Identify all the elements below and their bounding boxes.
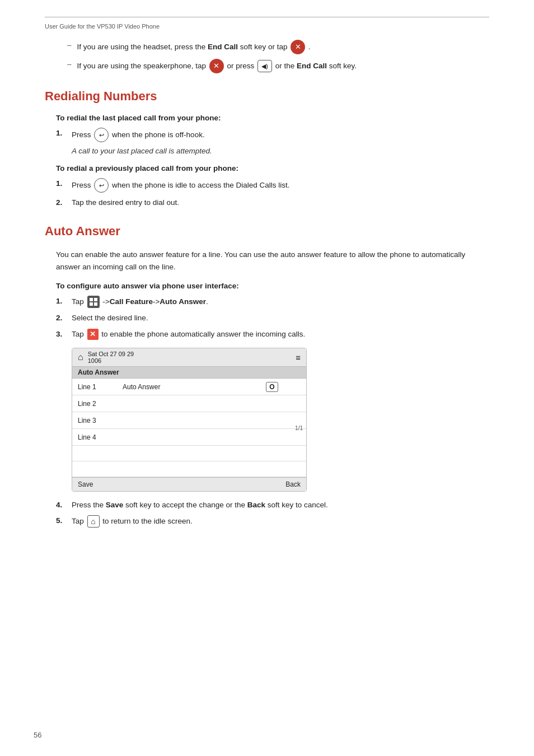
auto-step-text-3: Tap ✕ to enable the phone automatically … xyxy=(72,329,305,340)
phone-time-block: Sat Oct 27 09 29 1006 xyxy=(88,351,134,364)
svg-rect-0 xyxy=(90,298,93,301)
phone-row-line3: Line 3 xyxy=(72,412,306,429)
phone-screen: ⌂ Sat Oct 27 09 29 1006 ≡ Auto Answer Li… xyxy=(72,348,307,492)
subsection-title-2: To redial a previously placed call from … xyxy=(56,164,489,172)
bullet-text-2: If you are using the speakerphone, tap ✕… xyxy=(77,59,357,73)
auto-step-text-4: Press the Save soft key to accept the ch… xyxy=(72,500,328,511)
phone-row-empty-2 xyxy=(72,461,306,477)
grid-icon xyxy=(87,296,100,308)
phone-footer-back[interactable]: Back xyxy=(285,480,301,488)
phone-row-value-1: O xyxy=(266,382,278,392)
auto-step-1: 1. Tap ->Call Feature->Auto Answer. xyxy=(56,296,489,308)
phone-section-header: Auto Answer xyxy=(72,367,306,379)
phone-home-icon: ⌂ xyxy=(78,352,83,362)
page-indicator: 1/1 xyxy=(295,425,303,431)
auto-step-text-2: Select the desired line. xyxy=(72,312,148,324)
bullet-item-2: – If you are using the speakerphone, tap… xyxy=(67,59,489,73)
subsection-title-1: To redial the last placed call from your… xyxy=(56,114,489,122)
toggle-o-icon[interactable]: O xyxy=(266,382,278,392)
auto-step-num-2: 2. xyxy=(56,312,72,324)
redial-step-2b: 2. Tap the desired entry to dial out. xyxy=(56,197,489,208)
back-bold: Back xyxy=(247,501,265,509)
auto-step-num-5: 5. xyxy=(56,515,72,526)
page-header: User Guide for the VP530 IP Video Phone xyxy=(45,23,489,30)
auto-answer-intro: You can enable the auto answer feature f… xyxy=(56,249,489,273)
redial-step-1b: 1. Press ↩ when the phone is idle to acc… xyxy=(56,178,489,193)
svg-rect-3 xyxy=(94,302,97,306)
x-circle-icon-2: ✕ xyxy=(209,59,224,73)
phone-footer-save[interactable]: Save xyxy=(78,480,93,488)
auto-step-num-1: 1. xyxy=(56,296,72,307)
end-call-bold-2: End Call xyxy=(297,62,327,70)
x-circle-icon-1: ✕ xyxy=(291,40,305,54)
page-number: 56 xyxy=(34,731,41,739)
phone-ext: 1006 xyxy=(88,357,134,364)
auto-step-text-5: Tap ⌂ to return to the idle screen. xyxy=(72,515,193,528)
phone-row-field-1: Auto Answer xyxy=(123,383,266,391)
phone-footer: Save Back xyxy=(72,477,306,491)
step-text-1b: Press ↩ when the phone is idle to access… xyxy=(72,178,289,193)
phone-row-label-2: Line 2 xyxy=(78,400,123,408)
phone-icon-2: ↩ xyxy=(94,178,109,193)
step-text-2b: Tap the desired entry to dial out. xyxy=(72,197,179,208)
step-num-1b: 1. xyxy=(56,178,72,189)
phone-time: Sat Oct 27 09 29 xyxy=(88,351,134,357)
phone-icon-1: ↩ xyxy=(94,128,109,142)
bullet-dash-2: – xyxy=(67,59,72,70)
section-title-auto-answer: Auto Answer xyxy=(45,224,489,239)
phone-row-line1: Line 1 Auto Answer O xyxy=(72,379,306,395)
phone-row-line4: Line 4 xyxy=(72,429,306,446)
top-rule xyxy=(45,17,489,17)
auto-answer-content: You can enable the auto answer feature f… xyxy=(45,249,489,528)
section-title-redialing: Redialing Numbers xyxy=(45,89,489,104)
auto-step-3: 3. Tap ✕ to enable the phone automatical… xyxy=(56,329,489,340)
phone-row-label-4: Line 4 xyxy=(78,433,123,441)
phone-menu-icon: ≡ xyxy=(296,353,301,362)
redialing-content: To redial the last placed call from your… xyxy=(45,114,489,208)
home-icon-button: ⌂ xyxy=(87,515,100,528)
phone-header: ⌂ Sat Oct 27 09 29 1006 ≡ xyxy=(72,348,306,367)
auto-step-2: 2. Select the desired line. xyxy=(56,312,489,324)
speaker-icon: ◀) xyxy=(257,60,272,72)
auto-step-text-1: Tap ->Call Feature->Auto Answer. xyxy=(72,296,208,308)
auto-step-num-3: 3. xyxy=(56,329,72,340)
auto-step-5: 5. Tap ⌂ to return to the idle screen. xyxy=(56,515,489,528)
phone-row-empty-1 xyxy=(72,446,306,461)
step-num-2b: 2. xyxy=(56,197,72,208)
step-num-1a: 1. xyxy=(56,128,72,139)
end-call-bold-1: End Call xyxy=(208,43,238,51)
call-feature-bold: Call Feature xyxy=(110,297,153,306)
svg-rect-2 xyxy=(90,302,93,306)
save-bold: Save xyxy=(106,501,124,509)
page: User Guide for the VP530 IP Video Phone … xyxy=(0,0,534,756)
phone-row-line2: Line 2 xyxy=(72,395,306,412)
step-text-1a: Press ↩ when the phone is off-hook. xyxy=(72,128,205,142)
svg-rect-1 xyxy=(94,298,97,301)
bullet-dash-1: – xyxy=(67,40,72,51)
bullet-item-1: – If you are using the headset, press th… xyxy=(67,40,489,54)
phone-header-left: ⌂ Sat Oct 27 09 29 1006 xyxy=(78,351,134,364)
auto-answer-bold: Auto Answer xyxy=(160,297,206,306)
intro-bullets: – If you are using the headset, press th… xyxy=(56,40,489,73)
phone-row-label-3: Line 3 xyxy=(78,417,123,424)
auto-step-4: 4. Press the Save soft key to accept the… xyxy=(56,500,489,511)
bullet-text-1: If you are using the headset, press the … xyxy=(77,40,311,54)
sub-note-1a: A call to your last placed call is attem… xyxy=(72,147,489,155)
phone-row-label-1: Line 1 xyxy=(78,383,123,391)
x-box-icon: ✕ xyxy=(87,329,99,340)
phone-body: Line 1 Auto Answer O Line 2 Line 3 xyxy=(72,379,306,477)
auto-step-num-4: 4. xyxy=(56,500,72,511)
auto-answer-subsection-title: To configure auto answer via phone user … xyxy=(56,282,489,290)
redial-step-1a: 1. Press ↩ when the phone is off-hook. xyxy=(56,128,489,142)
